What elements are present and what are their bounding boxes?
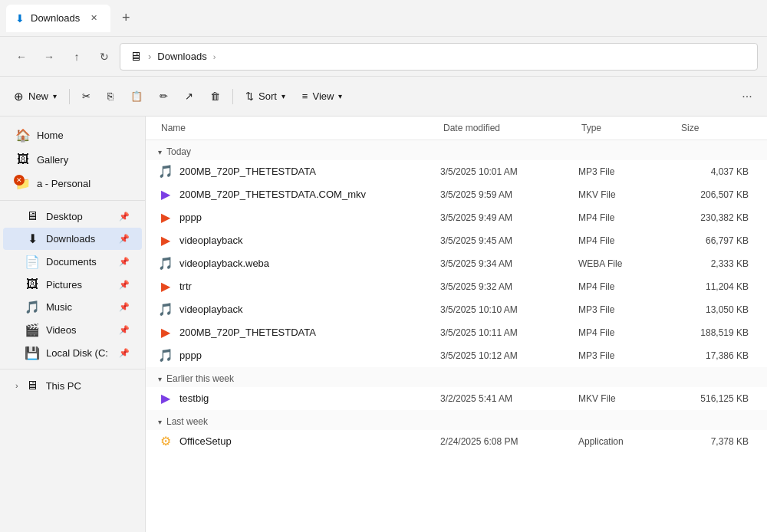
file-size-cell: 188,519 KB: [678, 327, 755, 338]
file-type-cell: WEBA File: [578, 258, 678, 269]
rename-button[interactable]: ✏: [152, 83, 176, 110]
thispc-icon: 🖥: [25, 379, 40, 392]
file-type-icon: 🎵: [158, 302, 173, 317]
file-type-cell: MP3 File: [578, 166, 678, 177]
file-type-icon: ⚙: [158, 434, 173, 448]
active-tab[interactable]: ⬇ Downloads ✕: [6, 5, 110, 32]
file-size-cell: 2,333 KB: [678, 258, 755, 269]
sidebar-item-home[interactable]: 🏠 Home: [3, 123, 142, 147]
sidebar-item-music[interactable]: 🎵 Music 📌: [3, 296, 142, 318]
col-size[interactable]: Size: [678, 121, 755, 135]
file-date-cell: 3/5/2025 10:10 AM: [440, 304, 578, 315]
col-name-label: Name: [161, 123, 186, 133]
share-button[interactable]: ↗: [177, 83, 201, 110]
new-button[interactable]: ⊕ New ▾: [6, 83, 64, 110]
table-row[interactable]: ▶ 200MB_720P_THETESTDATA 3/5/2025 10:11 …: [146, 321, 767, 344]
view-chevron: ▾: [338, 92, 342, 100]
toolbar-separator-2: [232, 89, 233, 104]
table-row[interactable]: 🎵 videoplayback.weba 3/5/2025 9:34 AM WE…: [146, 252, 767, 275]
file-size-cell: 4,037 KB: [678, 166, 755, 177]
home-icon: 🏠: [15, 128, 31, 143]
table-row[interactable]: 🎵 200MB_720P_THETESTDATA 3/5/2025 10:01 …: [146, 160, 767, 183]
sidebar-item-thispc[interactable]: › 🖥 This PC: [3, 374, 142, 397]
downloads-icon: ⬇: [25, 232, 40, 246]
file-type-icon: ▶: [158, 187, 173, 202]
file-groups: ▾Today 🎵 200MB_720P_THETESTDATA 3/5/2025…: [146, 140, 767, 453]
group-header-1[interactable]: ▾Earlier this week: [146, 367, 767, 387]
localdisk-pin-icon: 📌: [119, 348, 130, 358]
paste-button[interactable]: 📋: [123, 83, 150, 110]
new-tab-button[interactable]: +: [114, 6, 138, 31]
view-icon: ≡: [302, 90, 308, 102]
table-row[interactable]: ▶ videoplayback 3/5/2025 9:45 AM MP4 Fil…: [146, 229, 767, 252]
sidebar-localdisk-label: Local Disk (C:: [46, 347, 108, 359]
file-date-cell: 3/5/2025 9:34 AM: [440, 258, 578, 269]
table-row[interactable]: ▶ 200MB_720P_THETESTDATA.COM_mkv 3/5/202…: [146, 183, 767, 206]
forward-button[interactable]: →: [37, 44, 61, 69]
file-type-cell: MKV File: [578, 189, 678, 200]
file-type-icon: ▶: [158, 233, 173, 248]
desktop-pin-icon: 📌: [119, 212, 130, 222]
toolbar-separator-1: [69, 89, 70, 104]
file-name-text: OfficeSetup: [179, 435, 232, 447]
address-chevron: ›: [213, 52, 216, 61]
file-date-cell: 3/5/2025 9:59 AM: [440, 189, 578, 200]
back-button[interactable]: ←: [9, 44, 34, 69]
pictures-pin-icon: 📌: [119, 280, 130, 290]
file-size-cell: 206,507 KB: [678, 189, 755, 200]
file-date-cell: 3/5/2025 10:01 AM: [440, 166, 578, 177]
view-button[interactable]: ≡ View ▾: [295, 83, 351, 110]
sidebar-thispc-label: This PC: [46, 380, 81, 392]
table-row[interactable]: ▶ trtr 3/5/2025 9:32 AM MP4 File 11,204 …: [146, 275, 767, 298]
more-options-button[interactable]: ···: [733, 83, 761, 110]
sidebar-personal-label: a - Personal: [37, 178, 91, 189]
sidebar: 🏠 Home 🖼 Gallery 📁 ✕ a - Personal 🖥 Desk…: [0, 117, 146, 532]
refresh-button[interactable]: ↻: [92, 44, 117, 69]
group-header-0[interactable]: ▾Today: [146, 140, 767, 160]
table-row[interactable]: ▶ pppp 3/5/2025 9:49 AM MP4 File 230,382…: [146, 206, 767, 229]
col-type[interactable]: Type: [578, 121, 678, 135]
tab-close-button[interactable]: ✕: [86, 11, 101, 26]
music-pin-icon: 📌: [119, 302, 130, 312]
file-name-cell: 🎵 pppp: [158, 348, 440, 363]
file-date-cell: 3/5/2025 10:12 AM: [440, 350, 578, 361]
sidebar-item-personal[interactable]: 📁 ✕ a - Personal: [3, 172, 142, 195]
file-name-cell: ▶ videoplayback: [158, 233, 440, 248]
table-row[interactable]: 🎵 pppp 3/5/2025 10:12 AM MP3 File 17,386…: [146, 344, 767, 367]
tab-title: Downloads: [31, 12, 80, 24]
file-type-cell: MP3 File: [578, 304, 678, 315]
col-date[interactable]: Date modified: [440, 121, 578, 135]
table-row[interactable]: ⚙ OfficeSetup 2/24/2025 6:08 PM Applicat…: [146, 430, 767, 453]
sidebar-item-documents[interactable]: 📄 Documents 📌: [3, 251, 142, 273]
sort-button[interactable]: ⇅ Sort ▾: [238, 83, 293, 110]
new-label: New: [28, 90, 48, 102]
sidebar-home-label: Home: [37, 130, 64, 141]
col-name[interactable]: Name: [158, 121, 440, 135]
file-name-cell: 🎵 200MB_720P_THETESTDATA: [158, 164, 440, 179]
file-name-cell: ⚙ OfficeSetup: [158, 434, 440, 448]
file-name-text: pppp: [179, 212, 202, 223]
file-date-cell: 3/5/2025 10:11 AM: [440, 327, 578, 338]
paste-icon: 📋: [130, 90, 143, 102]
group-header-2[interactable]: ▾Last week: [146, 410, 767, 430]
sidebar-item-pictures[interactable]: 🖼 Pictures 📌: [3, 274, 142, 295]
table-row[interactable]: ▶ testbig 3/2/2025 5:41 AM MKV File 516,…: [146, 387, 767, 410]
computer-icon: 🖥: [130, 50, 142, 64]
table-row[interactable]: 🎵 videoplayback 3/5/2025 10:10 AM MP3 Fi…: [146, 298, 767, 321]
file-size-cell: 17,386 KB: [678, 350, 755, 361]
delete-button[interactable]: 🗑: [202, 83, 228, 110]
rename-icon: ✏: [160, 90, 168, 102]
file-name-text: testbig: [179, 392, 209, 404]
cut-button[interactable]: ✂: [74, 83, 98, 110]
up-button[interactable]: ↑: [64, 44, 89, 69]
address-bar[interactable]: 🖥 › Downloads ›: [120, 43, 758, 71]
file-list: Name Date modified Type Size ▾Today 🎵 20…: [146, 117, 767, 532]
sidebar-item-desktop[interactable]: 🖥 Desktop 📌: [3, 205, 142, 227]
sidebar-item-localdisk[interactable]: 💾 Local Disk (C: 📌: [3, 342, 142, 364]
sidebar-item-gallery[interactable]: 🖼 Gallery: [3, 148, 142, 171]
sidebar-item-videos[interactable]: 🎬 Videos 📌: [3, 319, 142, 341]
col-size-label: Size: [681, 123, 699, 133]
sidebar-item-downloads[interactable]: ⬇ Downloads 📌: [3, 228, 142, 250]
copy-button[interactable]: ⎘: [100, 83, 121, 110]
file-name-cell: ▶ 200MB_720P_THETESTDATA: [158, 325, 440, 340]
